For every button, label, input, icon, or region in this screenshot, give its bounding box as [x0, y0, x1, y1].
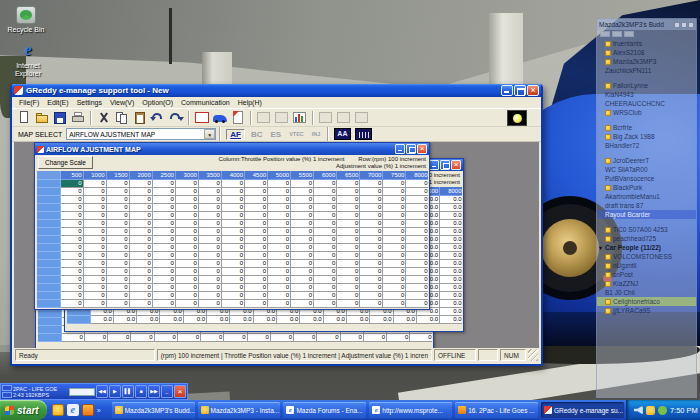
grid-cell[interactable]: 0: [383, 227, 406, 235]
grid-cell[interactable]: 0: [175, 267, 198, 275]
grid-cell[interactable]: 0: [360, 267, 383, 275]
grid-cell[interactable]: 0: [106, 211, 129, 219]
grid-cell[interactable]: 0: [152, 195, 175, 203]
grid-cell[interactable]: 0: [152, 179, 175, 187]
grid-cell[interactable]: 0: [60, 211, 83, 219]
minimize-button[interactable]: [501, 85, 513, 96]
maximize-button[interactable]: [406, 144, 416, 154]
grid-cell[interactable]: 0: [152, 211, 175, 219]
grid-cell[interactable]: 0: [152, 251, 175, 259]
grid-cell[interactable]: 0: [383, 195, 406, 203]
grid-cell[interactable]: 0: [129, 243, 152, 251]
map-type-button-inj[interactable]: INJ: [310, 131, 323, 137]
grid-cell[interactable]: 0: [175, 259, 198, 267]
grid-cell[interactable]: 0: [268, 259, 291, 267]
maximize-icon[interactable]: [681, 22, 687, 28]
buddy-item[interactable]: draft trans 87: [597, 201, 696, 210]
grid-cell[interactable]: 0: [337, 187, 360, 195]
grid-cell[interactable]: 0: [337, 203, 360, 211]
grid-cell[interactable]: 0: [245, 227, 268, 235]
grid-cell[interactable]: 0: [337, 267, 360, 275]
grid-cell[interactable]: 0: [268, 203, 291, 211]
grid-cell[interactable]: 0: [106, 179, 129, 187]
grid-cell[interactable]: 0: [337, 219, 360, 227]
buddy-item[interactable]: KiaZZNJ: [597, 279, 696, 288]
grid-cell[interactable]: 0: [198, 267, 221, 275]
grid-cell[interactable]: 0: [268, 275, 291, 283]
grid-cell[interactable]: 0: [106, 267, 129, 275]
grid-cell[interactable]: 0.0: [440, 259, 462, 267]
grid-cell[interactable]: 0: [383, 251, 406, 259]
grid-cell[interactable]: 0: [198, 187, 221, 195]
grid-cell[interactable]: 0: [383, 203, 406, 211]
grid-cell[interactable]: 0: [198, 299, 221, 307]
grid-cell[interactable]: 0: [383, 299, 406, 307]
grid-cell[interactable]: 0: [245, 187, 268, 195]
menu-file[interactable]: File(F): [16, 99, 42, 106]
grid-cell[interactable]: 0: [129, 235, 152, 243]
grid-cell[interactable]: 0: [152, 259, 175, 267]
grid-cell[interactable]: 0: [268, 187, 291, 195]
grid-cell[interactable]: 0: [245, 179, 268, 187]
change-scale-button[interactable]: Change Scale: [38, 156, 93, 169]
note-icon[interactable]: [230, 110, 246, 125]
grid-cell[interactable]: 0.0: [440, 243, 462, 251]
grid-cell[interactable]: 0: [60, 227, 83, 235]
map-grid-icon[interactable]: [194, 110, 210, 125]
grid-cell[interactable]: 0: [152, 203, 175, 211]
grid-cell[interactable]: 0: [268, 219, 291, 227]
grid-cell[interactable]: 0: [245, 251, 268, 259]
grid-cell[interactable]: 0: [291, 267, 314, 275]
grid-cell[interactable]: 0: [317, 333, 340, 341]
grid-cell[interactable]: 0: [106, 251, 129, 259]
grid-cell[interactable]: 0: [152, 187, 175, 195]
grid-cell[interactable]: 0: [198, 211, 221, 219]
grid-cell[interactable]: 0: [152, 235, 175, 243]
taskbar-button[interactable]: Mazda2k3MP3 - Insta...: [198, 402, 281, 418]
grid-cell[interactable]: 0: [129, 219, 152, 227]
grid-cell[interactable]: 0: [198, 291, 221, 299]
grid-cell[interactable]: 0.0: [440, 267, 462, 275]
grid-cell[interactable]: 0: [314, 275, 337, 283]
buddy-item[interactable]: CHEERAUCCHCNC: [597, 99, 696, 108]
grid-cell[interactable]: 0: [83, 275, 106, 283]
grid-cell[interactable]: 0: [83, 219, 106, 227]
grid-cell[interactable]: 0: [294, 333, 317, 341]
grid-cell[interactable]: 0: [337, 179, 360, 187]
grid-cell[interactable]: 0: [245, 299, 268, 307]
player-led[interactable]: [2, 392, 12, 398]
buddy-item[interactable]: snPost: [597, 270, 696, 279]
grid-cell[interactable]: 0.0: [160, 315, 183, 323]
grid-cell[interactable]: 0: [175, 211, 198, 219]
buddy-list-titlebar[interactable]: Mazda2k3MP3's Budd: [597, 19, 696, 30]
grid-cell[interactable]: 0: [106, 243, 129, 251]
grid-cell[interactable]: 0: [106, 299, 129, 307]
grid-cell[interactable]: 0: [291, 211, 314, 219]
grid-cell[interactable]: 0: [245, 195, 268, 203]
grid-cell[interactable]: 0: [60, 203, 83, 211]
grid-cell[interactable]: 0: [406, 219, 428, 227]
grid-cell[interactable]: 0: [106, 275, 129, 283]
grid-cell[interactable]: 0: [129, 283, 152, 291]
grid-cell[interactable]: 0: [270, 333, 293, 341]
chevron-right-icon[interactable]: »: [97, 407, 105, 414]
grid-cell[interactable]: 0.0: [113, 315, 136, 323]
menu-option[interactable]: Option(O): [139, 99, 176, 106]
grid-cell[interactable]: 0: [154, 333, 177, 341]
grid-cell[interactable]: 0: [314, 291, 337, 299]
grid-cell[interactable]: 0: [60, 251, 83, 259]
resize-grip[interactable]: [528, 349, 538, 361]
grid-cell[interactable]: 0: [198, 179, 221, 187]
grid-cell[interactable]: 0: [152, 299, 175, 307]
map-type-button-bc[interactable]: BC: [249, 130, 265, 139]
minimize-button[interactable]: _: [161, 385, 173, 398]
grid-cell[interactable]: 0: [337, 227, 360, 235]
internet-explorer-icon[interactable]: e: [67, 404, 79, 416]
grid-cell[interactable]: 0: [387, 333, 410, 341]
grid-cell[interactable]: 0: [406, 195, 428, 203]
grid-cell[interactable]: 0: [245, 291, 268, 299]
grid-cell[interactable]: 0: [245, 203, 268, 211]
grid-cell[interactable]: 0: [291, 283, 314, 291]
grid-cell[interactable]: 0: [291, 203, 314, 211]
grid-cell[interactable]: 0: [221, 195, 244, 203]
